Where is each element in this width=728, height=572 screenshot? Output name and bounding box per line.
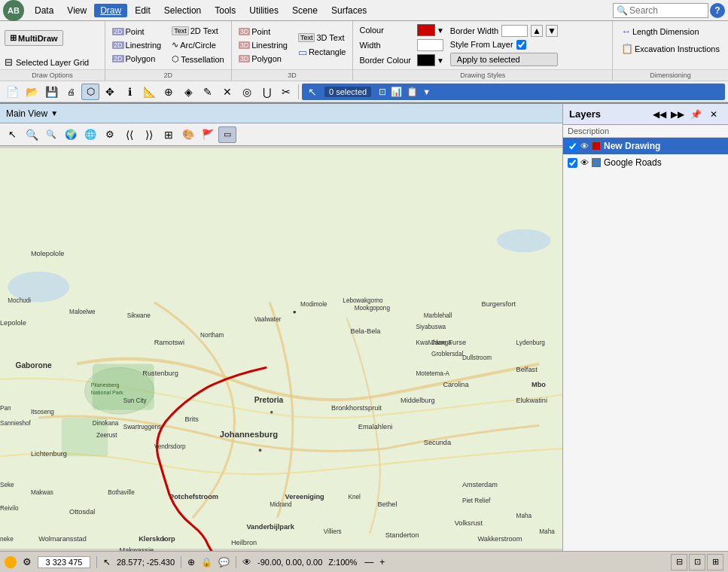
style-from-layer-checkbox[interactable] (516, 40, 526, 50)
settings-tool[interactable]: ⚙ (101, 126, 119, 143)
menu-selection[interactable]: Selection (158, 4, 207, 17)
menu-edit[interactable]: Edit (129, 4, 157, 17)
svg-text:Dullstroom: Dullstroom (462, 354, 492, 361)
border-width-up[interactable]: ▲ (531, 25, 543, 37)
selection-bar: ↖ 0 selected ⊡ 📊 📋 ▼ (302, 84, 725, 100)
arc-circle-button[interactable]: ∿ Arc/Circle (169, 38, 226, 51)
map-area: Main View ▼ ↖ 🔍 🔍 🌍 🌐 ⚙ ⟨⟨ ⟩⟩ ⊞ 🎨 🚩 ▭ (0, 104, 562, 551)
toolbars-area: ⊞ MultiDraw ⊟ Selected Layer Grid Draw O… (0, 21, 728, 104)
identify-tool[interactable]: ℹ (120, 84, 139, 100)
layer-item-google-roads[interactable]: 👁 Google Roads (563, 154, 728, 171)
svg-text:Maloelwe: Maloelwe (69, 309, 96, 315)
pan-tool[interactable]: ✥ (101, 84, 119, 100)
status-sep1 (96, 556, 97, 568)
split-tool[interactable]: ✂ (277, 84, 295, 100)
zoom-out-tool[interactable]: 🔍 (42, 126, 60, 143)
svg-text:Villiers: Villiers (324, 528, 342, 535)
colour-swatch[interactable] (417, 24, 435, 36)
border-colour-swatch[interactable] (417, 54, 435, 66)
theme-tool[interactable]: 🎨 (179, 126, 197, 143)
menu-view[interactable]: View (61, 4, 93, 17)
zoom-in-tool[interactable]: 🔍 (23, 126, 41, 143)
globe-tool[interactable]: 🌍 (62, 126, 80, 143)
layers-forward-button[interactable]: ▶▶ (669, 106, 686, 123)
bookmark-tool[interactable]: 🚩 (199, 126, 217, 143)
layer-item-new-drawing[interactable]: 👁 New Drawing (563, 138, 728, 154)
svg-text:Makwas: Makwas (31, 489, 53, 496)
3d-text-button[interactable]: Text 3D Text (296, 32, 349, 44)
edit-tool[interactable]: ✎ (199, 84, 217, 100)
svg-text:Potchefstroom: Potchefstroom (169, 493, 218, 500)
border-width-down[interactable]: ▼ (546, 25, 558, 37)
svg-point-2 (497, 229, 551, 252)
border-colour-dropdown-icon[interactable]: ▼ (437, 56, 444, 65)
search-input[interactable] (629, 5, 705, 16)
zoom-out-icon[interactable]: — (363, 557, 375, 567)
app-window: AB Data View Draw Edit Selection Tools U… (0, 0, 728, 572)
map-canvas-container[interactable]: Johannesburg ● Pretoria ● Klerskdorp Ver… (0, 146, 562, 551)
layer-checkbox-google-roads[interactable] (568, 158, 577, 168)
save-button[interactable]: 💾 (42, 84, 60, 100)
globe2-tool[interactable]: 🌐 (81, 126, 99, 143)
lock-icon-item: 🔒 (201, 557, 212, 567)
3d-point-button[interactable]: 3D Point (236, 26, 290, 38)
colour-dropdown-icon[interactable]: ▼ (437, 26, 444, 35)
2d-text-button[interactable]: Text 2D Text (169, 25, 226, 37)
message-icon: 💬 (218, 557, 230, 567)
menu-utilities[interactable]: Utilities (243, 4, 285, 17)
delete-tool[interactable]: ✕ (218, 84, 236, 100)
next-extent-tool[interactable]: ⟩⟩ (140, 126, 158, 143)
tessellation-button[interactable]: ⬡ Tessellation (169, 53, 226, 65)
rectangle-button[interactable]: ▭ Rectangle (296, 45, 349, 59)
menu-data[interactable]: Data (29, 4, 59, 17)
measure-tool[interactable]: 📐 (140, 84, 158, 100)
snap-tool[interactable]: ⊕ (160, 84, 178, 100)
width-input[interactable]: 1 (417, 39, 443, 51)
bottom-panel-buttons: ⊟ ⊡ ⊞ (671, 554, 723, 570)
3d-polygon-button[interactable]: 3D Polygon (236, 53, 290, 65)
2d-linestring-button[interactable]: 2D Linestring (110, 39, 163, 51)
overview-tool[interactable]: ⊞ (160, 126, 178, 143)
apply-to-selected-button[interactable]: Apply to selected (450, 53, 558, 66)
zoom-controls: — + (363, 557, 386, 567)
panel-btn-1[interactable]: ⊟ (671, 554, 687, 570)
open-button[interactable]: 📂 (23, 84, 41, 100)
layers-close-button[interactable]: ✕ (705, 106, 722, 123)
panel-btn-2[interactable]: ⊡ (689, 554, 705, 570)
border-width-input[interactable]: 0 (501, 25, 528, 37)
select-rect-tool[interactable]: ▭ (218, 126, 236, 143)
menu-scene[interactable]: Scene (286, 4, 324, 17)
panel-btn-3[interactable]: ⊞ (707, 554, 723, 570)
svg-text:Lydenburg: Lydenburg (516, 339, 546, 346)
layers-back-button[interactable]: ◀◀ (651, 106, 668, 123)
2d-label: 2D (105, 69, 231, 81)
menu-draw[interactable]: Draw (94, 4, 127, 17)
2d-polygon-button[interactable]: 2D Polygon (110, 53, 163, 65)
style-from-layer-label: Style From Layer (450, 40, 513, 49)
zoom-in-icon[interactable]: + (378, 557, 386, 567)
layer-checkbox-new-drawing[interactable] (568, 141, 577, 151)
layers-pin-button[interactable]: 📌 (687, 106, 704, 123)
3d-linestring-button[interactable]: 3D Linestring (236, 39, 290, 51)
svg-text:Lichtenburg: Lichtenburg (31, 450, 67, 458)
node-tool[interactable]: ◈ (179, 84, 197, 100)
multidraw-button[interactable]: ⊞ MultiDraw (5, 30, 63, 46)
help-button[interactable]: ? (710, 3, 725, 18)
buffer-tool[interactable]: ◎ (238, 84, 256, 100)
select-tool[interactable]: ⬡ (81, 84, 99, 100)
prev-extent-tool[interactable]: ⟨⟨ (120, 126, 139, 143)
new-button[interactable]: 📄 (3, 84, 21, 100)
cursor-tool[interactable]: ↖ (3, 126, 21, 143)
map-view-dropdown-icon[interactable]: ▼ (50, 109, 58, 117)
svg-text:Ramotswi: Ramotswi (154, 339, 184, 346)
svg-text:Zeerust: Zeerust (96, 432, 117, 439)
print-button[interactable]: 🖨 (62, 84, 80, 100)
union-tool[interactable]: ⋃ (257, 84, 276, 100)
length-dimension-button[interactable]: ↔ Length Dimension (619, 24, 722, 38)
excavation-instructions-button[interactable]: 📋 Excavation Instructions (619, 41, 722, 56)
tess-icon: ⬡ (172, 54, 179, 64)
menu-surfaces[interactable]: Surfaces (325, 4, 373, 17)
2d-point-button[interactable]: 2D Point (110, 26, 163, 38)
svg-text:Pilanesberg: Pilanesberg (91, 382, 120, 388)
menu-tools[interactable]: Tools (209, 4, 242, 17)
